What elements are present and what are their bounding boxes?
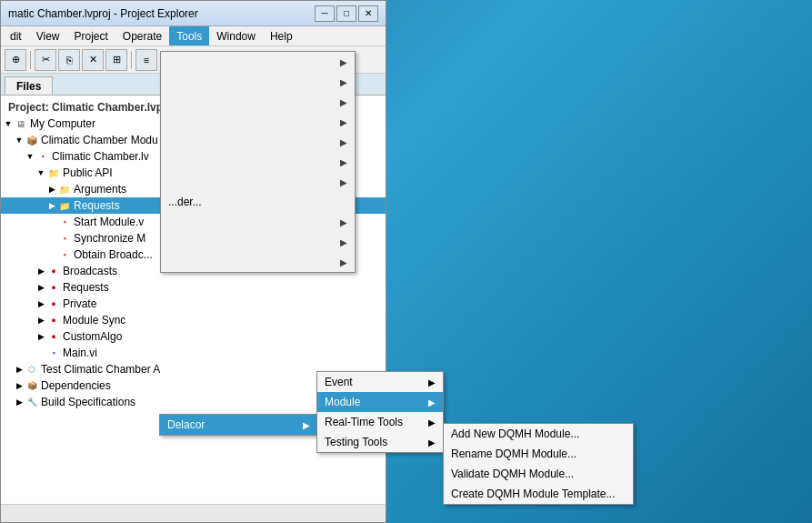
menu-help[interactable]: Help — [263, 26, 300, 45]
popup-item-11[interactable]: ▶ — [161, 252, 355, 272]
dqmh-menu: Event ▶ Module ▶ Real-Time Tools ▶ Testi… — [316, 371, 444, 453]
label-build-specs: Build Specifications — [41, 396, 135, 408]
popup-item-2[interactable]: ▶ — [161, 72, 355, 92]
icon-test-climatic: ⬡ — [25, 363, 39, 376]
status-bar — [1, 504, 386, 522]
delacor-arrow: ▶ — [303, 420, 310, 430]
tree-module-sync[interactable]: ▶ ● Module Sync — [1, 312, 386, 328]
icon-public-api: 📁 — [46, 166, 61, 179]
module-create-template-label: Create DQMH Module Template... — [451, 488, 616, 500]
icon-requests-public: 📁 — [57, 199, 72, 212]
label-dependencies: Dependencies — [41, 379, 111, 392]
icon-private: ● — [46, 297, 61, 310]
expander-requests[interactable]: ▶ — [35, 283, 46, 292]
menu-view[interactable]: View — [29, 26, 67, 45]
expander-arguments[interactable]: ▶ — [46, 185, 57, 194]
popup-item-6[interactable]: ▶ — [161, 152, 355, 172]
popup-item-5[interactable]: ▶ — [161, 132, 355, 152]
expander-customalgo[interactable]: ▶ — [35, 332, 46, 341]
label-private: Private — [63, 297, 96, 310]
tab-files[interactable]: Files — [5, 76, 53, 95]
expander-requests-public[interactable]: ▶ — [46, 201, 57, 210]
module-add-new[interactable]: Add New DQMH Module... — [444, 424, 633, 444]
icon-climatic-module: 📦 — [25, 134, 39, 146]
menu-project[interactable]: Project — [66, 26, 115, 45]
icon-climatic-vi: ▪ — [35, 150, 50, 163]
menu-edit[interactable]: dit — [3, 26, 29, 45]
module-add-new-label: Add New DQMH Module... — [451, 427, 579, 440]
menu-operate[interactable]: Operate — [115, 26, 169, 45]
dqmh-event-item[interactable]: Event ▶ — [317, 372, 443, 392]
dqmh-module-arrow: ▶ — [428, 397, 436, 407]
tools-popup-strip: ▶ ▶ ▶ ▶ ▶ ▶ ▶ ...der... ▶ ▶ ▶ — [160, 51, 356, 273]
popup-item-7[interactable]: ▶ — [161, 172, 355, 192]
title-bar: matic Chamber.lvproj - Project Explorer … — [1, 1, 386, 26]
expander-climatic-vi[interactable]: ▼ — [25, 152, 35, 161]
expander-broadcasts[interactable]: ▶ — [35, 267, 46, 276]
close-button[interactable]: ✕ — [358, 5, 378, 22]
toolbar-add-button[interactable]: ⊞ — [105, 49, 127, 71]
expander-my-computer[interactable]: ▼ — [3, 119, 14, 128]
delacor-label: Delacor — [167, 418, 205, 431]
label-public-api: Public API — [63, 166, 113, 179]
toolbar-cut-button[interactable]: ✂ — [35, 49, 56, 71]
expander-build-specs[interactable]: ▶ — [14, 397, 25, 407]
icon-dependencies: 📦 — [25, 379, 39, 392]
expander-private[interactable]: ▶ — [35, 299, 46, 308]
popup-item-9[interactable]: ▶ — [161, 212, 355, 232]
toolbar-copy-button[interactable]: ⎘ — [58, 49, 80, 71]
expander-module-sync[interactable]: ▶ — [35, 316, 46, 325]
dqmh-module-label: Module — [325, 396, 360, 408]
label-my-computer: My Computer — [30, 117, 95, 130]
tree-customalgo[interactable]: ▶ ● CustomAlgo — [1, 328, 386, 345]
label-start-module: Start Module.v — [74, 216, 144, 228]
icon-broadcasts: ● — [46, 265, 61, 277]
menu-window[interactable]: Window — [209, 26, 263, 45]
dqmh-module-item[interactable]: Module ▶ — [317, 392, 443, 412]
module-rename[interactable]: Rename DQMH Module... — [444, 444, 633, 464]
dqmh-testing-arrow: ▶ — [428, 438, 436, 448]
menu-tools[interactable]: Tools — [169, 26, 209, 45]
maximize-button[interactable]: □ — [336, 5, 356, 22]
toolbar-new-button[interactable]: ⊕ — [5, 49, 26, 71]
delacor-menu-item[interactable]: Delacor ▶ — [160, 415, 317, 435]
delacor-menu: Delacor ▶ — [159, 414, 318, 436]
label-main-vi: Main.vi — [63, 347, 97, 359]
minimize-button[interactable]: ─ — [315, 5, 335, 22]
dqmh-realtime-item[interactable]: Real-Time Tools ▶ — [317, 412, 443, 432]
tree-requests[interactable]: ▶ ● Requests — [1, 279, 386, 296]
label-broadcasts: Broadcasts — [63, 265, 117, 277]
expander-public-api[interactable]: ▼ — [35, 168, 46, 177]
label-requests: Requests — [63, 281, 109, 294]
icon-start-module: ▪ — [57, 216, 72, 228]
label-customalgo: CustomAlgo — [63, 330, 122, 343]
icon-main-vi: ▪ — [46, 347, 61, 359]
tree-private[interactable]: ▶ ● Private — [1, 296, 386, 312]
popup-item-der[interactable]: ...der... — [161, 192, 355, 212]
label-obtain-broadcast: Obtain Broadc... — [74, 248, 153, 261]
dqmh-testing-label: Testing Tools — [325, 436, 387, 448]
module-rename-label: Rename DQMH Module... — [451, 448, 576, 460]
label-climatic-vi: Climatic Chamber.lv — [52, 150, 149, 163]
toolbar-properties-button[interactable]: ≡ — [135, 49, 157, 71]
label-climatic-module: Climatic Chamber Modu — [41, 134, 158, 146]
icon-synchronize: ▪ — [57, 232, 72, 245]
module-validate[interactable]: Validate DQMH Module... — [444, 464, 633, 484]
toolbar-sep-2 — [131, 51, 132, 69]
popup-item-10[interactable]: ▶ — [161, 232, 355, 252]
expander-climatic-module[interactable]: ▼ — [14, 136, 25, 145]
toolbar-sep-1 — [30, 51, 31, 69]
tree-main-vi[interactable]: ▶ ▪ Main.vi — [1, 345, 386, 361]
dqmh-event-label: Event — [325, 376, 353, 388]
popup-item-4[interactable]: ▶ — [161, 112, 355, 132]
module-create-template[interactable]: Create DQMH Module Template... — [444, 484, 633, 504]
expander-test-climatic[interactable]: ▶ — [14, 365, 25, 374]
popup-item-1[interactable]: ▶ — [161, 52, 355, 72]
icon-build-specs: 🔧 — [25, 396, 39, 408]
toolbar-delete-button[interactable]: ✕ — [82, 49, 104, 71]
menu-bar: dit View Project Operate Tools Window He… — [1, 26, 386, 46]
popup-item-3[interactable]: ▶ — [161, 92, 355, 112]
label-synchronize: Synchronize M — [74, 232, 145, 245]
expander-dependencies[interactable]: ▶ — [14, 381, 25, 390]
dqmh-testing-item[interactable]: Testing Tools ▶ — [317, 432, 443, 452]
